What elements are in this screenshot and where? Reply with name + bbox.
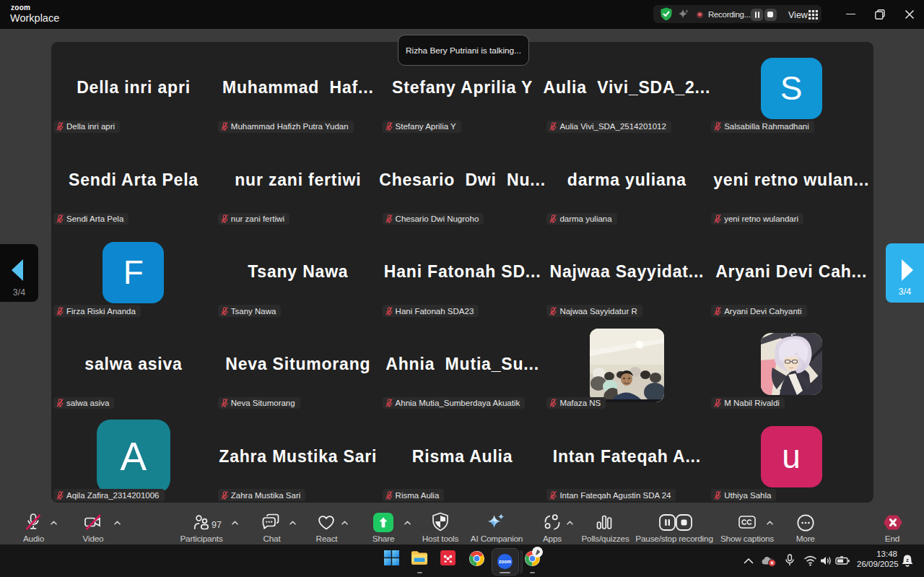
svg-text:z: z — [906, 558, 909, 563]
